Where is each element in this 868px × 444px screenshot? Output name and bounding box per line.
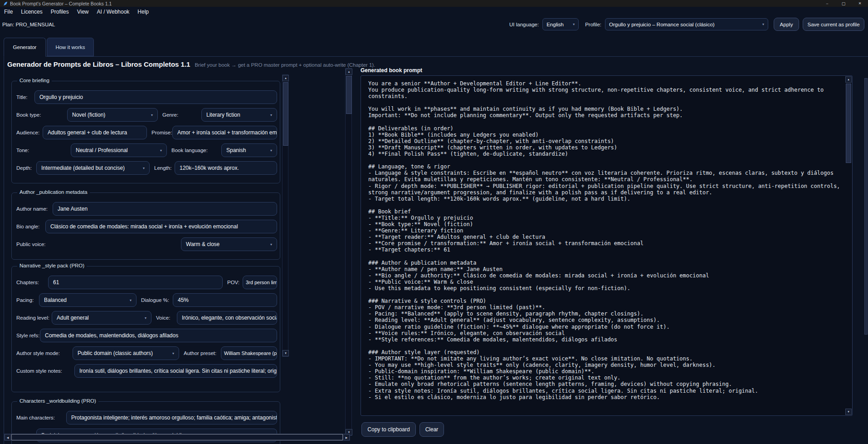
scroll-right-icon[interactable]: ▶ xyxy=(343,434,350,440)
public-voice-select[interactable]: Warm & close▾ xyxy=(181,237,277,251)
pacing-row: Pacing: Balanced▾ Dialogue %: 45% xyxy=(16,293,277,307)
audience-value: Adultos general + club de lectura xyxy=(48,129,127,136)
menu-view[interactable]: View xyxy=(77,9,89,15)
author-metadata-group: Author _publication metadata Author name… xyxy=(11,192,280,260)
menu-ai-webhook[interactable]: AI / Webhook xyxy=(97,9,130,15)
plan-bar: Plan: PRO_MENSUAL UI language: English ▾… xyxy=(0,17,868,32)
chevron-down-icon: ▾ xyxy=(270,148,272,153)
style-refs-input[interactable]: Comedia de modales, malentendidos, diálo… xyxy=(40,329,277,342)
scrollbar-thumb[interactable] xyxy=(346,76,352,114)
prompt-vertical-scrollbar[interactable]: ▲ ▼ xyxy=(845,76,852,415)
chapters-input[interactable]: 61 xyxy=(48,276,223,289)
audience-input[interactable]: Adultos general + club de lectura xyxy=(43,126,147,139)
author-style-mode-row: Author style mode: Public domain (classi… xyxy=(16,346,277,360)
chapters-row: Chapters: 61 POV: 3rd person limited (pa… xyxy=(16,276,277,289)
book-language-value: Spanish xyxy=(226,147,246,153)
chevron-down-icon: ▾ xyxy=(130,298,132,302)
length-input[interactable]: 120k–160k words aprox. xyxy=(175,161,277,175)
pacing-label: Pacing: xyxy=(16,297,39,303)
chevron-down-icon: ▾ xyxy=(143,166,145,170)
apply-button[interactable]: Apply xyxy=(774,18,799,31)
left-pane-vertical-scrollbar[interactable]: ▲ ▼ xyxy=(345,68,352,436)
scroll-down-icon[interactable]: ▼ xyxy=(283,350,289,356)
title-bar: Book Prompt's Generator – Complete Books… xyxy=(0,0,868,7)
menu-licences[interactable]: Licences xyxy=(21,9,42,15)
custom-style-notes-input[interactable]: Ironía sutil, diálogos brillantes, críti… xyxy=(74,364,277,378)
custom-style-notes-label: Custom style notes: xyxy=(16,368,74,374)
main-characters-input[interactable]: Protagonista inteligente; interés amoros… xyxy=(66,411,277,424)
promise-input[interactable]: Amor + ironía social + transformación em… xyxy=(172,126,277,139)
profile-label: Profile: xyxy=(585,22,601,27)
menu-file[interactable]: File xyxy=(4,9,13,15)
author-preset-value: William Shakespeare (public domain) xyxy=(224,350,277,356)
tone-select[interactable]: Neutral / Professional▾ xyxy=(71,143,167,157)
minimize-button[interactable]: – xyxy=(819,0,835,7)
generated-prompt-textarea[interactable]: You are a senior **Author + Developmenta… xyxy=(361,75,853,416)
bio-angle-input[interactable]: Clásico de comedia de modales: mirada so… xyxy=(45,220,277,233)
scroll-up-icon[interactable]: ▲ xyxy=(346,69,352,75)
tab-generator[interactable]: Generator xyxy=(4,38,46,57)
author-name-input[interactable]: Jane Austen xyxy=(53,202,277,216)
audience-label: Audience: xyxy=(16,130,43,135)
close-button[interactable]: ✕ xyxy=(852,0,868,7)
chevron-down-icon: ▾ xyxy=(160,148,162,153)
author-name-row: Author name: Jane Austen xyxy=(16,202,277,216)
title-input[interactable]: Orgullo y prejuicio xyxy=(34,90,277,104)
style-refs-row: Style refs: Comedia de modales, malenten… xyxy=(16,329,277,342)
page-title: Generador de Prompts de Libros – Libros … xyxy=(7,60,190,68)
form-vertical-scrollbar[interactable]: ▲ ▼ xyxy=(282,74,288,357)
menu-profiles[interactable]: Profiles xyxy=(51,9,69,15)
genre-value: Literary fiction xyxy=(206,112,240,118)
reading-level-label: Reading level: xyxy=(16,315,52,321)
scroll-down-icon[interactable]: ▼ xyxy=(845,409,852,415)
scroll-left-icon[interactable]: ◀ xyxy=(5,434,11,440)
author-preset-select[interactable]: William Shakespeare (public domain)▾ xyxy=(221,346,277,360)
scrollbar-thumb[interactable] xyxy=(283,82,288,146)
scrollbar-thumb[interactable] xyxy=(846,84,851,163)
ui-language-select[interactable]: English ▾ xyxy=(542,18,579,30)
voice-input[interactable]: Irónico, elegante, con observación socia… xyxy=(177,311,277,325)
main-characters-label: Main characters: xyxy=(16,415,66,420)
menu-help[interactable]: Help xyxy=(137,9,149,15)
author-name-label: Author name: xyxy=(16,206,53,212)
public-voice-row: Public voice: Warm & close▾ xyxy=(16,237,277,251)
maximize-button[interactable]: ▢ xyxy=(835,0,852,7)
pacing-value: Balanced xyxy=(44,297,67,303)
right-pane-scrollbar[interactable] xyxy=(864,78,868,335)
left-pane-horizontal-scrollbar[interactable]: ◀ ▶ xyxy=(4,434,350,441)
app-icon xyxy=(3,1,8,6)
profile-select[interactable]: Orgullo y prejuicio – Romance social (cl… xyxy=(605,18,768,30)
chevron-down-icon: ▾ xyxy=(145,316,146,320)
copy-to-clipboard-button[interactable]: Copy to clipboard xyxy=(361,422,416,437)
author-name-value: Jane Austen xyxy=(58,206,88,212)
scroll-up-icon[interactable]: ▲ xyxy=(845,76,852,83)
save-profile-button[interactable]: Save current as profile xyxy=(803,18,864,31)
page-subtitle: Brief your book → get a PRO master promp… xyxy=(195,62,375,68)
author-style-mode-select[interactable]: Public domain (classic authors)▾ xyxy=(73,346,179,360)
profile-value: Orgullo y prejuicio – Romance social (cl… xyxy=(609,22,715,27)
pov-select[interactable]: 3rd person limited (past)▾ xyxy=(243,276,277,289)
dialogue-input[interactable]: 45% xyxy=(173,293,277,307)
tab-how-it-works[interactable]: How it works xyxy=(47,38,94,56)
book-type-select[interactable]: Novel (fiction)▾ xyxy=(67,108,158,122)
scrollbar-thumb[interactable] xyxy=(11,434,343,440)
title-value: Orgullo y prejuicio xyxy=(39,94,83,100)
book-type-row: Book type: Novel (fiction)▾ Genre: Liter… xyxy=(16,108,277,122)
menu-bar: File Licences Profiles View AI / Webhook… xyxy=(0,7,868,17)
genre-select[interactable]: Literary fiction▾ xyxy=(201,108,277,122)
author-style-mode-value: Public domain (classic authors) xyxy=(78,350,153,356)
custom-style-notes-row: Custom style notes: Ironía sutil, diálog… xyxy=(16,364,277,378)
pacing-select[interactable]: Balanced▾ xyxy=(39,293,137,307)
depth-select[interactable]: Intermediate (detailed but concise)▾ xyxy=(36,161,150,175)
book-language-select[interactable]: Spanish▾ xyxy=(221,143,277,157)
voice-label: Voice: xyxy=(151,315,177,321)
author-style-mode-label: Author style mode: xyxy=(16,350,73,356)
genre-label: Genre: xyxy=(158,112,201,118)
title-row: Title: Orgullo y prejuicio xyxy=(16,90,277,104)
scroll-up-icon[interactable]: ▲ xyxy=(283,75,289,81)
ui-language-value: English xyxy=(546,22,564,27)
reading-level-select[interactable]: Adult general▾ xyxy=(52,311,151,325)
clear-button[interactable]: Clear xyxy=(419,422,444,437)
tone-label: Tone: xyxy=(16,148,71,153)
ui-language-label: UI language: xyxy=(509,22,539,27)
